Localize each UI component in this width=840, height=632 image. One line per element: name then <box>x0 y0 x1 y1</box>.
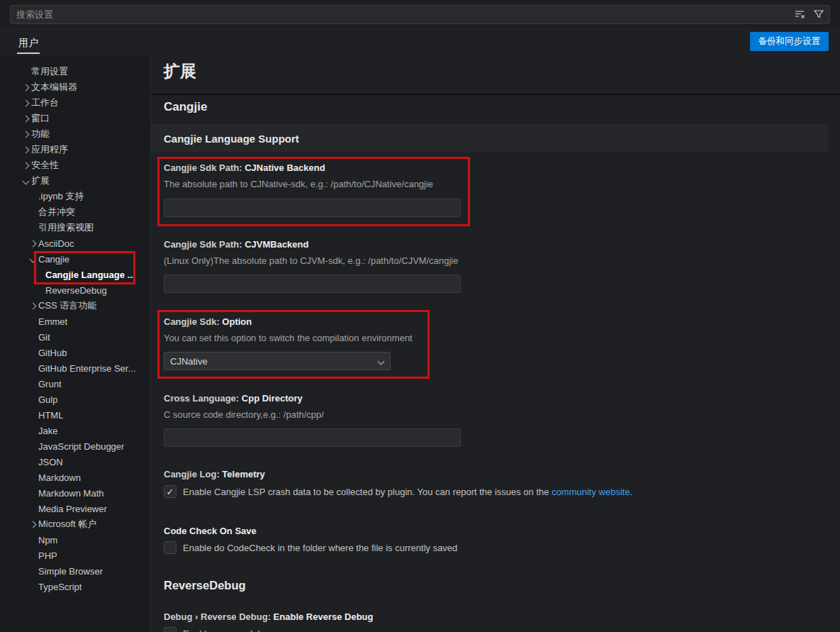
toc-item-simple-browser[interactable]: Simple Browser <box>0 563 150 579</box>
settings-body: 扩展 Cangjie Cangjie Language Support Cang… <box>151 56 840 632</box>
toc-item-gulp[interactable]: Gulp <box>0 392 150 407</box>
spacer <box>27 569 38 574</box>
chevron-right-icon <box>27 304 38 309</box>
toc-item-cangjie[interactable]: Cangjie <box>0 251 150 267</box>
toc-item-json[interactable]: JSON <box>0 454 150 470</box>
spacer <box>27 194 38 199</box>
spacer <box>27 553 38 558</box>
toc-item-js-debugger[interactable]: JavaScript Debugger <box>0 438 150 454</box>
search-input[interactable] <box>16 6 761 23</box>
toc-item-window[interactable]: 窗口 <box>0 111 150 126</box>
toc-item-emmet[interactable]: Emmet <box>0 314 150 329</box>
setting-desc-cpp-directory: C source code directory,e.g.: /path/cpp/ <box>164 409 324 420</box>
chevron-right-icon <box>20 163 31 168</box>
setting-desc-sdk-option: You can set this option to switch the co… <box>164 333 413 343</box>
community-website-link[interactable]: community website <box>551 487 630 497</box>
page-title: 扩展 <box>164 60 196 82</box>
spacer <box>27 460 38 465</box>
toc-item-github-enterprise[interactable]: GitHub Enterprise Ser... <box>0 360 150 376</box>
telemetry-checkbox-label: Enable Cangjie LSP crash data to be coll… <box>183 485 632 499</box>
chevron-down-icon <box>27 257 38 262</box>
telemetry-checkbox[interactable]: ✓ <box>164 485 177 498</box>
section-heading-reversedebug: ReverseDebug <box>164 579 246 592</box>
spacer <box>27 210 38 215</box>
spacer <box>27 491 38 496</box>
section-heading-cangjie: Cangjie <box>164 100 207 114</box>
reverse-debug-checkbox-label: Enable reverse debug <box>183 627 273 632</box>
filter-icon[interactable] <box>812 8 825 21</box>
spacer <box>27 428 38 433</box>
sdk-option-dropdown[interactable]: CJNative <box>164 352 391 370</box>
chevron-right-icon <box>20 132 31 137</box>
spacer <box>34 272 45 277</box>
toc-item-cangjie-language-support[interactable]: Cangjie Language ... <box>0 267 150 282</box>
cpp-directory-input[interactable] <box>164 428 461 447</box>
toc-item-npm[interactable]: Npm <box>0 532 150 548</box>
spacer <box>27 538 38 543</box>
setting-desc-sdk-path-cjvm: (Linux Only)The absolute path to CJVM-sd… <box>164 255 458 266</box>
reverse-debug-checkbox-row: Enable reverse debug <box>164 627 273 632</box>
chevron-right-icon <box>27 241 38 246</box>
toc-item-asciidoc[interactable]: AsciiDoc <box>0 235 150 251</box>
toc-item-markdown-math[interactable]: Markdown Math <box>0 485 150 501</box>
toc-item-text-editor[interactable]: 文本编辑器 <box>0 79 150 95</box>
tab-user[interactable]: 用户 <box>17 34 40 54</box>
toc-item-php[interactable]: PHP <box>0 548 150 563</box>
divider <box>151 94 840 95</box>
toc-item-typescript[interactable]: TypeScript <box>0 579 150 594</box>
setting-label-sdk-path-cjvm: Cangjie Sdk Path: CJVMBackend <box>164 239 308 250</box>
spacer <box>27 350 38 355</box>
clear-filter-icon[interactable] <box>794 8 807 21</box>
chevron-down-icon <box>20 179 31 184</box>
chevron-right-icon <box>27 522 38 527</box>
spacer <box>27 444 38 449</box>
chevron-right-icon <box>20 148 31 153</box>
spacer <box>27 382 38 387</box>
settings-toc: 常用设置 文本编辑器 工作台 窗口 功能 应用程序 安全性 扩展 .ipynb … <box>0 56 151 632</box>
sdk-path-cjnative-input[interactable] <box>164 199 461 217</box>
setting-label-sdk-option: Cangjie Sdk: Option <box>164 316 252 327</box>
toc-item-application[interactable]: 应用程序 <box>0 142 150 157</box>
chevron-right-icon <box>20 85 31 90</box>
telemetry-checkbox-row: ✓ Enable Cangjie LSP crash data to be co… <box>164 485 632 499</box>
spacer <box>20 70 31 74</box>
settings-tab-bar: 用户 备份和同步设置 <box>0 28 840 56</box>
spacer <box>27 335 38 340</box>
toc-item-workbench[interactable]: 工作台 <box>0 95 150 111</box>
toc-item-css-language[interactable]: CSS 语言功能 <box>0 298 150 314</box>
code-check-checkbox[interactable] <box>164 541 177 554</box>
setting-label-code-check: Code Check On Save <box>164 526 257 536</box>
toc-item-references-view[interactable]: 引用搜索视图 <box>0 220 150 235</box>
toc-item-microsoft-account[interactable]: Microsoft 帐户 <box>0 516 150 532</box>
toc-item-git[interactable]: Git <box>0 329 150 345</box>
toc-item-reversedebug[interactable]: ReverseDebug <box>0 282 150 298</box>
spacer <box>27 506 38 511</box>
toc-item-ipynb[interactable]: .ipynb 支持 <box>0 189 150 204</box>
toc-item-html[interactable]: HTML <box>0 407 150 423</box>
chevron-right-icon <box>20 116 31 121</box>
spacer <box>27 319 38 324</box>
toc-item-merge-conflict[interactable]: 合并冲突 <box>0 204 150 220</box>
toc-item-extensions[interactable]: 扩展 <box>0 173 150 189</box>
backup-sync-settings-button[interactable]: 备份和同步设置 <box>750 32 829 51</box>
toc-item-grunt[interactable]: Grunt <box>0 376 150 392</box>
setting-desc-sdk-path-cjnative: The absolute path to CJNative-sdk, e.g.:… <box>164 179 433 189</box>
setting-label-sdk-path-cjnative: Cangjie Sdk Path: CJNative Backend <box>164 162 325 173</box>
reverse-debug-checkbox[interactable] <box>164 627 177 632</box>
toc-item-common-settings[interactable]: 常用设置 <box>0 64 150 79</box>
check-icon: ✓ <box>167 487 174 497</box>
toc-item-github[interactable]: GitHub <box>0 345 150 360</box>
toc-item-jake[interactable]: Jake <box>0 423 150 438</box>
code-check-checkbox-label: Enable do CodeCheck in the folder where … <box>183 541 457 555</box>
toc-item-markdown[interactable]: Markdown <box>0 470 150 485</box>
sdk-path-cjvm-input[interactable] <box>164 275 461 293</box>
search-field-container <box>10 5 830 24</box>
toc-item-security[interactable]: 安全性 <box>0 157 150 173</box>
spacer <box>34 288 45 293</box>
spacer <box>27 475 38 480</box>
spacer <box>27 397 38 402</box>
toc-item-media-previewer[interactable]: Media Previewer <box>0 501 150 516</box>
spacer <box>27 584 38 589</box>
settings-window: 用户 备份和同步设置 常用设置 文本编辑器 工作台 窗口 功能 应用程序 安全性… <box>0 0 840 632</box>
toc-item-features[interactable]: 功能 <box>0 126 150 142</box>
